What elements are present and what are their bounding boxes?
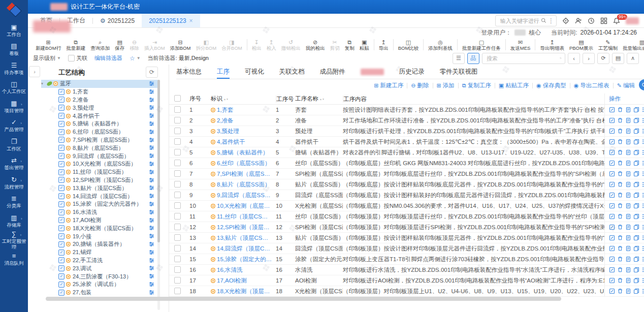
row-id-link[interactable]: 7,SPI检测（底层SS面） — [211, 170, 276, 178]
detail-icon[interactable] — [641, 107, 644, 113]
filter-sliders-icon[interactable] — [149, 282, 154, 287]
action-7[interactable]: ◉导出二维表 — [574, 82, 609, 89]
display-level-dropdown[interactable]: 显示级别 ▼ — [33, 54, 61, 62]
filter-sliders-icon[interactable] — [149, 137, 154, 143]
file-icon[interactable] — [625, 288, 631, 294]
tree-refresh-button[interactable]: ⟳ — [146, 67, 158, 78]
tree-node[interactable]: ✓3,预处理 — [41, 104, 158, 112]
row-checkbox[interactable] — [174, 170, 189, 178]
association-checkbox[interactable]: 关联 — [68, 54, 87, 62]
global-search[interactable]: ⋮ — [495, 15, 557, 26]
row-checkbox[interactable] — [174, 256, 189, 263]
row-checkbox[interactable] — [174, 128, 189, 135]
copy-icon[interactable] — [633, 235, 639, 241]
bell-icon[interactable]: 99+ — [613, 17, 620, 24]
delete-icon[interactable] — [617, 277, 623, 284]
edit-icon[interactable] — [609, 224, 615, 230]
sort-icon[interactable]: ▲▼ — [319, 98, 325, 100]
action-3[interactable]: ⊞添加 — [437, 82, 455, 89]
collapse-button[interactable]: ∧ — [627, 53, 639, 64]
edit-icon[interactable] — [609, 256, 615, 262]
filter-sliders-icon[interactable] — [149, 89, 154, 95]
detail-tab[interactable]: 可视化 — [245, 65, 264, 79]
tree-node[interactable]: ✓4,器件烘干 — [41, 112, 158, 120]
sort-icon[interactable]: ▲▼ — [223, 98, 229, 100]
header-checkbox[interactable] — [174, 95, 189, 103]
sidebar-item[interactable]: ∑›工时定额管理 — [0, 231, 28, 250]
detail-icon[interactable] — [641, 181, 644, 188]
row-checkbox[interactable] — [174, 234, 189, 242]
tree-node[interactable]: ✓5,搪锡（表贴器件） — [41, 120, 158, 128]
filter-sliders-icon[interactable] — [149, 113, 154, 118]
toolbar-button[interactable]: ⊟添加BOM — [168, 39, 194, 51]
table-row[interactable]: 88,贴片（底层SS面）8贴片（底层SS面）（印制板底层）按设计图样贴装印制板底… — [169, 179, 644, 190]
edit-icon[interactable] — [609, 117, 615, 123]
filter-sliders-icon[interactable] — [149, 129, 154, 135]
table-row[interactable]: 1010,X光检测（底层SS面）10X光检测（底层SS面）（印制板底层）按NM0… — [169, 201, 644, 211]
copy-icon[interactable] — [633, 149, 639, 155]
toolbar-button[interactable]: ↥导出明细表 — [537, 39, 567, 51]
copy-icon[interactable] — [633, 192, 639, 198]
toolbar-button[interactable]: ⊞新建BOM行 — [33, 39, 63, 51]
file-icon[interactable] — [625, 181, 631, 188]
tree-node[interactable]: ✓2,准备 — [41, 96, 158, 104]
tree-node[interactable]: ✓22,手工清洗 — [41, 257, 158, 265]
row-id-link[interactable]: 17,AOI检测 — [211, 277, 276, 285]
tree-search[interactable] — [482, 53, 565, 64]
file-icon[interactable] — [625, 245, 631, 252]
copy-icon[interactable] — [633, 171, 639, 177]
toolbar-button[interactable]: ↥导出 — [376, 39, 391, 51]
action-2[interactable]: ⊖删除 — [411, 82, 429, 89]
horizontal-scrollbar[interactable] — [46, 297, 561, 301]
row-checkbox[interactable] — [174, 160, 189, 167]
toolbar-button[interactable]: ◎添加到基线 — [426, 39, 455, 51]
edit-icon[interactable] — [609, 235, 615, 241]
detail-icon[interactable] — [641, 256, 644, 262]
copy-icon[interactable] — [633, 139, 639, 145]
table-row[interactable]: 44,器件烘干4器件烘干烘干器件及烘干时间见表1，烘干温度：125℃±2℃；真空… — [169, 137, 644, 147]
detail-tab[interactable]: 关联文档 — [279, 65, 305, 79]
filter-sliders-icon[interactable] — [149, 201, 154, 207]
sidebar-item[interactable]: ≣分类库 — [0, 193, 28, 212]
delete-icon[interactable] — [617, 213, 623, 220]
copy-icon[interactable] — [633, 256, 639, 262]
checkbox-icon[interactable] — [68, 55, 75, 61]
detail-icon[interactable] — [641, 245, 644, 252]
target-icon[interactable] — [562, 17, 569, 24]
toolbar-button[interactable]: ▤PBOM展示 — [567, 39, 596, 51]
row-checkbox[interactable] — [174, 277, 189, 285]
row-checkbox[interactable] — [174, 213, 189, 221]
delete-icon[interactable] — [617, 171, 623, 177]
edit-icon[interactable] — [609, 245, 615, 252]
add-user-icon[interactable] — [575, 17, 582, 24]
tree-node[interactable]: ✓8,贴片（底层SS面） — [41, 144, 158, 152]
copy-icon[interactable] — [633, 288, 639, 294]
detail-tab[interactable]: 零件关联视图 — [440, 65, 478, 79]
sidebar-item[interactable]: ▦›项目管理 — [0, 97, 28, 116]
filter-sliders-icon[interactable] — [149, 249, 154, 255]
prev-button[interactable]: ‹ — [568, 53, 580, 64]
filter-sliders-icon[interactable] — [149, 209, 154, 215]
tree-node[interactable]: ✓23,调试 — [41, 264, 158, 272]
sidebar-item[interactable]: ≡消息队列 — [0, 249, 28, 269]
action-1[interactable]: ⊞新建工序 — [374, 82, 403, 89]
tree-view-button[interactable]: 品 — [467, 53, 479, 64]
edit-icon[interactable] — [609, 181, 615, 188]
edit-icon[interactable] — [609, 203, 615, 209]
toolbar-button[interactable]: ⊘我的检出 — [303, 39, 328, 51]
sidebar-item[interactable]: ⇄›签出管理 — [0, 154, 28, 174]
top-tab[interactable]: 20251225123× — [142, 14, 200, 27]
list-view-button[interactable]: ☰ — [453, 53, 465, 64]
global-search-input[interactable] — [499, 17, 541, 24]
detail-icon[interactable] — [641, 171, 644, 177]
edit-icon[interactable] — [609, 139, 615, 145]
delete-icon[interactable] — [617, 288, 623, 294]
settings-button[interactable]: ▤ — [612, 53, 624, 64]
tree-node[interactable]: ✓1,齐套 — [41, 88, 158, 96]
edit-icon[interactable] — [609, 213, 615, 220]
toolbar-button[interactable]: ◫BOM比较 — [396, 39, 422, 51]
copy-icon[interactable] — [633, 267, 639, 273]
sidebar-item[interactable]: ☰待办事项 — [0, 59, 28, 78]
tree-node[interactable]: ✓6,丝印（底层SS面） — [41, 128, 158, 136]
delete-icon[interactable] — [617, 256, 623, 262]
